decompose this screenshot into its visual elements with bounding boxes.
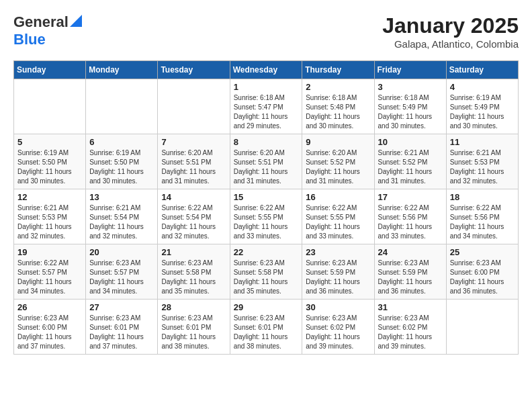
day-number: 9 bbox=[306, 137, 370, 147]
day-number: 10 bbox=[378, 137, 443, 147]
calendar-cell: 29Sunrise: 6:23 AM Sunset: 6:01 PM Dayli… bbox=[230, 300, 302, 355]
calendar-cell: 14Sunrise: 6:22 AM Sunset: 5:54 PM Dayli… bbox=[158, 189, 230, 244]
calendar-cell: 19Sunrise: 6:22 AM Sunset: 5:57 PM Dayli… bbox=[14, 244, 86, 300]
calendar-cell: 2Sunrise: 6:18 AM Sunset: 5:48 PM Daylig… bbox=[302, 79, 374, 134]
calendar-day-header: Tuesday bbox=[158, 61, 230, 79]
day-number: 23 bbox=[306, 247, 370, 257]
location-subtitle: Galapa, Atlantico, Colombia bbox=[382, 38, 519, 50]
calendar-cell: 3Sunrise: 6:18 AM Sunset: 5:49 PM Daylig… bbox=[374, 79, 446, 134]
calendar-cell: 4Sunrise: 6:19 AM Sunset: 5:49 PM Daylig… bbox=[446, 79, 518, 134]
day-info: Sunrise: 6:23 AM Sunset: 5:58 PM Dayligh… bbox=[161, 259, 226, 296]
day-number: 20 bbox=[89, 247, 154, 257]
calendar-cell: 16Sunrise: 6:22 AM Sunset: 5:55 PM Dayli… bbox=[302, 189, 374, 244]
calendar-cell: 10Sunrise: 6:21 AM Sunset: 5:52 PM Dayli… bbox=[374, 134, 446, 189]
day-number: 2 bbox=[306, 82, 370, 92]
day-number: 16 bbox=[306, 192, 370, 202]
day-number: 27 bbox=[89, 302, 154, 312]
day-info: Sunrise: 6:18 AM Sunset: 5:47 PM Dayligh… bbox=[234, 93, 299, 131]
calendar-cell: 23Sunrise: 6:23 AM Sunset: 5:59 PM Dayli… bbox=[302, 244, 374, 300]
calendar-cell: 7Sunrise: 6:20 AM Sunset: 5:51 PM Daylig… bbox=[158, 134, 230, 189]
logo-general-text: General bbox=[13, 13, 69, 31]
day-info: Sunrise: 6:19 AM Sunset: 5:50 PM Dayligh… bbox=[17, 148, 82, 186]
calendar-cell: 15Sunrise: 6:22 AM Sunset: 5:55 PM Dayli… bbox=[230, 189, 302, 244]
day-number: 5 bbox=[17, 137, 82, 147]
calendar-cell bbox=[14, 79, 86, 134]
page-header: General Blue January 2025 Galapa, Atlant… bbox=[13, 13, 519, 50]
calendar-week-row: 1Sunrise: 6:18 AM Sunset: 5:47 PM Daylig… bbox=[14, 79, 519, 134]
day-info: Sunrise: 6:22 AM Sunset: 5:56 PM Dayligh… bbox=[450, 203, 515, 241]
day-info: Sunrise: 6:23 AM Sunset: 6:00 PM Dayligh… bbox=[17, 314, 82, 351]
calendar-day-header: Monday bbox=[86, 61, 158, 79]
day-info: Sunrise: 6:21 AM Sunset: 5:52 PM Dayligh… bbox=[378, 148, 443, 186]
calendar-cell: 8Sunrise: 6:20 AM Sunset: 5:51 PM Daylig… bbox=[230, 134, 302, 189]
calendar-cell: 11Sunrise: 6:21 AM Sunset: 5:53 PM Dayli… bbox=[446, 134, 518, 189]
day-info: Sunrise: 6:23 AM Sunset: 5:57 PM Dayligh… bbox=[89, 259, 154, 296]
calendar-cell: 12Sunrise: 6:21 AM Sunset: 5:53 PM Dayli… bbox=[14, 189, 86, 244]
day-number: 13 bbox=[89, 192, 154, 202]
day-number: 8 bbox=[234, 137, 299, 147]
day-info: Sunrise: 6:23 AM Sunset: 6:02 PM Dayligh… bbox=[306, 314, 370, 351]
day-info: Sunrise: 6:18 AM Sunset: 5:49 PM Dayligh… bbox=[378, 93, 443, 131]
day-info: Sunrise: 6:21 AM Sunset: 5:54 PM Dayligh… bbox=[89, 203, 154, 241]
calendar-cell bbox=[86, 79, 158, 134]
logo-triangle-icon bbox=[70, 15, 82, 27]
calendar-day-header: Wednesday bbox=[230, 61, 302, 79]
calendar-cell: 27Sunrise: 6:23 AM Sunset: 6:01 PM Dayli… bbox=[86, 300, 158, 355]
calendar-cell: 13Sunrise: 6:21 AM Sunset: 5:54 PM Dayli… bbox=[86, 189, 158, 244]
day-number: 15 bbox=[234, 192, 299, 202]
day-info: Sunrise: 6:21 AM Sunset: 5:53 PM Dayligh… bbox=[17, 203, 82, 241]
day-number: 14 bbox=[161, 192, 226, 202]
day-info: Sunrise: 6:23 AM Sunset: 5:58 PM Dayligh… bbox=[234, 259, 299, 296]
day-info: Sunrise: 6:23 AM Sunset: 6:00 PM Dayligh… bbox=[450, 259, 515, 296]
day-info: Sunrise: 6:23 AM Sunset: 5:59 PM Dayligh… bbox=[378, 259, 443, 296]
day-number: 1 bbox=[234, 82, 299, 92]
day-number: 11 bbox=[450, 137, 515, 147]
calendar-cell bbox=[158, 79, 230, 134]
day-info: Sunrise: 6:22 AM Sunset: 5:56 PM Dayligh… bbox=[378, 203, 443, 241]
day-info: Sunrise: 6:22 AM Sunset: 5:55 PM Dayligh… bbox=[234, 203, 299, 241]
logo: General Blue bbox=[13, 13, 82, 48]
calendar-day-header: Friday bbox=[374, 61, 446, 79]
month-title: January 2025 bbox=[382, 13, 519, 38]
calendar-week-row: 5Sunrise: 6:19 AM Sunset: 5:50 PM Daylig… bbox=[14, 134, 519, 189]
day-info: Sunrise: 6:23 AM Sunset: 6:01 PM Dayligh… bbox=[161, 314, 226, 351]
calendar-header-row: SundayMondayTuesdayWednesdayThursdayFrid… bbox=[14, 61, 519, 79]
calendar-cell: 5Sunrise: 6:19 AM Sunset: 5:50 PM Daylig… bbox=[14, 134, 86, 189]
day-number: 24 bbox=[378, 247, 443, 257]
day-info: Sunrise: 6:18 AM Sunset: 5:48 PM Dayligh… bbox=[306, 93, 370, 131]
day-number: 31 bbox=[378, 302, 443, 312]
logo-blue-text: Blue bbox=[13, 31, 46, 48]
day-info: Sunrise: 6:23 AM Sunset: 6:01 PM Dayligh… bbox=[234, 314, 299, 351]
calendar-cell: 26Sunrise: 6:23 AM Sunset: 6:00 PM Dayli… bbox=[14, 300, 86, 355]
day-number: 19 bbox=[17, 247, 82, 257]
calendar-cell: 25Sunrise: 6:23 AM Sunset: 6:00 PM Dayli… bbox=[446, 244, 518, 300]
calendar-week-row: 12Sunrise: 6:21 AM Sunset: 5:53 PM Dayli… bbox=[14, 189, 519, 244]
day-info: Sunrise: 6:20 AM Sunset: 5:51 PM Dayligh… bbox=[161, 148, 226, 186]
day-number: 29 bbox=[234, 302, 299, 312]
day-number: 22 bbox=[234, 247, 299, 257]
calendar-cell: 9Sunrise: 6:20 AM Sunset: 5:52 PM Daylig… bbox=[302, 134, 374, 189]
title-section: January 2025 Galapa, Atlantico, Colombia bbox=[382, 13, 519, 50]
day-number: 12 bbox=[17, 192, 82, 202]
day-info: Sunrise: 6:23 AM Sunset: 6:01 PM Dayligh… bbox=[89, 314, 154, 351]
calendar-cell: 6Sunrise: 6:19 AM Sunset: 5:50 PM Daylig… bbox=[86, 134, 158, 189]
calendar-cell: 20Sunrise: 6:23 AM Sunset: 5:57 PM Dayli… bbox=[86, 244, 158, 300]
day-number: 30 bbox=[306, 302, 370, 312]
calendar-week-row: 26Sunrise: 6:23 AM Sunset: 6:00 PM Dayli… bbox=[14, 300, 519, 355]
calendar-day-header: Sunday bbox=[14, 61, 86, 79]
day-number: 7 bbox=[161, 137, 226, 147]
calendar-cell bbox=[446, 300, 518, 355]
calendar-week-row: 19Sunrise: 6:22 AM Sunset: 5:57 PM Dayli… bbox=[14, 244, 519, 300]
day-info: Sunrise: 6:22 AM Sunset: 5:57 PM Dayligh… bbox=[17, 259, 82, 296]
calendar-cell: 24Sunrise: 6:23 AM Sunset: 5:59 PM Dayli… bbox=[374, 244, 446, 300]
day-number: 28 bbox=[161, 302, 226, 312]
calendar-cell: 21Sunrise: 6:23 AM Sunset: 5:58 PM Dayli… bbox=[158, 244, 230, 300]
calendar-cell: 31Sunrise: 6:23 AM Sunset: 6:02 PM Dayli… bbox=[374, 300, 446, 355]
day-info: Sunrise: 6:21 AM Sunset: 5:53 PM Dayligh… bbox=[450, 148, 515, 186]
calendar-table: SundayMondayTuesdayWednesdayThursdayFrid… bbox=[13, 60, 519, 355]
day-info: Sunrise: 6:23 AM Sunset: 6:02 PM Dayligh… bbox=[378, 314, 443, 351]
calendar-cell: 28Sunrise: 6:23 AM Sunset: 6:01 PM Dayli… bbox=[158, 300, 230, 355]
day-info: Sunrise: 6:19 AM Sunset: 5:50 PM Dayligh… bbox=[89, 148, 154, 186]
calendar-day-header: Thursday bbox=[302, 61, 374, 79]
day-info: Sunrise: 6:19 AM Sunset: 5:49 PM Dayligh… bbox=[450, 93, 515, 131]
